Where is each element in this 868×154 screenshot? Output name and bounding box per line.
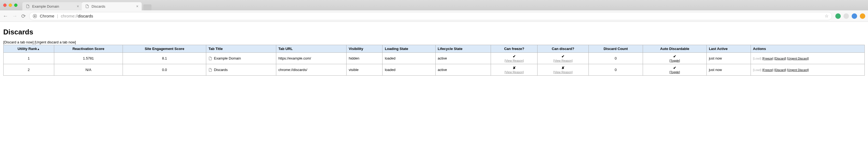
browser-chrome: Example Domain × Discards × ← → ⟳ Chrome: [0, 0, 868, 22]
minimize-window-button[interactable]: [9, 4, 12, 7]
cell-reactivation: 1.5781: [54, 53, 123, 64]
file-icon: [26, 4, 30, 8]
chrome-icon: [33, 14, 37, 18]
page-title: Discards: [3, 28, 865, 36]
discard-tab-now-link[interactable]: Discard a tab now: [4, 40, 33, 44]
freeze-action[interactable]: [Freeze]: [762, 57, 773, 60]
urgent-discard-action[interactable]: [Urgent Discard]: [787, 68, 809, 72]
cell-visibility: hidden: [346, 53, 382, 64]
col-loading-state[interactable]: Loading State: [382, 45, 435, 53]
extension-icons: [835, 14, 865, 19]
check-icon: ✔: [561, 54, 564, 58]
extension-icon[interactable]: [860, 14, 865, 19]
traffic-lights: [3, 4, 18, 7]
new-tab-button[interactable]: [143, 4, 152, 10]
check-icon: ✔: [673, 66, 676, 70]
discard-action[interactable]: [Discard]: [774, 68, 786, 72]
cell-discard-count: 0: [588, 53, 643, 64]
view-reason-link[interactable]: [View Reason]: [493, 71, 535, 74]
col-visibility[interactable]: Visibility: [346, 45, 382, 53]
cell-loading: loaded: [382, 64, 435, 76]
cell-last-active: just now: [707, 64, 751, 76]
col-last-active[interactable]: Last Active: [707, 45, 751, 53]
close-tab-icon[interactable]: ×: [136, 4, 138, 8]
col-discard-count[interactable]: Discard Count: [588, 45, 643, 53]
col-can-discard[interactable]: Can discard?: [537, 45, 588, 53]
col-tab-title[interactable]: Tab Title: [206, 45, 276, 53]
col-site-engagement[interactable]: Site Engagement Score: [123, 45, 206, 53]
toggle-link[interactable]: [Toggle]: [645, 71, 704, 74]
cell-rank: 2: [4, 64, 54, 76]
maximize-window-button[interactable]: [14, 4, 18, 7]
col-actions[interactable]: Actions: [751, 45, 864, 53]
cell-visibility: visible: [346, 64, 382, 76]
cell-actions: [Load] [Freeze] [Discard] [Urgent Discar…: [751, 64, 864, 76]
cell-engagement: 0.0: [123, 64, 206, 76]
bookmark-star-icon[interactable]: ☆: [825, 14, 829, 19]
sort-asc-icon: ▲: [37, 48, 40, 51]
cell-can-freeze: ✔[View Reason]: [491, 53, 537, 64]
view-reason-link[interactable]: [View Reason]: [540, 71, 586, 74]
table-header-row: Utility Rank▲ Reactivation Score Site En…: [4, 45, 865, 53]
addr-divider: |: [57, 14, 58, 18]
discards-table: Utility Rank▲ Reactivation Score Site En…: [3, 45, 865, 76]
addr-path: discards: [78, 14, 93, 18]
forward-button[interactable]: →: [12, 13, 18, 19]
discard-action[interactable]: [Discard]: [774, 57, 786, 60]
tab-strip: Example Domain × Discards ×: [22, 0, 152, 10]
cell-url: https://example.com/: [276, 53, 346, 64]
svg-point-1: [34, 15, 35, 17]
file-icon: [209, 68, 212, 72]
cell-title: Discards: [206, 64, 276, 76]
cell-rank: 1: [4, 53, 54, 64]
cell-can-discard: ✘[View Reason]: [537, 64, 588, 76]
cell-url: chrome://discards/: [276, 64, 346, 76]
cell-loading: loaded: [382, 53, 435, 64]
urgent-discard-tab-now-link[interactable]: Urgent discard a tab now: [36, 40, 75, 44]
check-icon: ✔: [673, 54, 676, 58]
address-bar[interactable]: Chrome | chrome://discards ☆: [29, 12, 832, 20]
file-icon: [209, 56, 212, 60]
cell-lifecycle: active: [435, 53, 491, 64]
table-row: 2N/A0.0Discardschrome://discards/visible…: [4, 64, 865, 76]
urgent-discard-action[interactable]: [Urgent Discard]: [787, 57, 809, 60]
reload-button[interactable]: ⟳: [21, 13, 26, 19]
cell-discard-count: 0: [588, 64, 643, 76]
extension-icon[interactable]: [843, 14, 849, 19]
close-tab-icon[interactable]: ×: [77, 4, 79, 8]
cell-can-freeze: ✘[View Reason]: [491, 64, 537, 76]
cell-actions: [Load] [Freeze] [Discard] [Urgent Discar…: [751, 53, 864, 64]
check-icon: ✔: [513, 54, 516, 58]
col-utility-rank[interactable]: Utility Rank▲: [4, 45, 54, 53]
addr-domain: chrome://: [61, 14, 78, 18]
cell-last-active: just now: [707, 53, 751, 64]
load-action: [Load]: [753, 57, 762, 60]
toggle-link[interactable]: [Toggle]: [645, 59, 704, 62]
cross-icon: ✘: [513, 66, 516, 70]
col-reactivation-score[interactable]: Reactivation Score: [54, 45, 123, 53]
col-lifecycle-state[interactable]: Lifecycle State: [435, 45, 491, 53]
extension-icon[interactable]: [835, 14, 841, 19]
col-tab-url[interactable]: Tab URL: [276, 45, 346, 53]
tab-example-domain[interactable]: Example Domain ×: [22, 2, 82, 10]
title-bar: Example Domain × Discards ×: [0, 0, 868, 10]
tab-discards[interactable]: Discards ×: [82, 2, 142, 10]
cell-lifecycle: active: [435, 64, 491, 76]
tab-label: Discards: [92, 4, 134, 8]
tab-label: Example Domain: [32, 4, 75, 8]
view-reason-link[interactable]: [View Reason]: [493, 59, 535, 62]
addr-scheme: Chrome: [40, 14, 54, 18]
col-auto-discardable[interactable]: Auto Discardable: [643, 45, 707, 53]
cell-reactivation: N/A: [54, 64, 123, 76]
close-window-button[interactable]: [3, 4, 6, 7]
back-button[interactable]: ←: [3, 13, 8, 19]
cell-title: Example Domain: [206, 53, 276, 64]
cell-engagement: 8.1: [123, 53, 206, 64]
extension-icon[interactable]: [851, 14, 857, 19]
cell-can-discard: ✔[View Reason]: [537, 53, 588, 64]
cell-auto-discardable: ✔[Toggle]: [643, 53, 707, 64]
page-content: Discards [Discard a tab now] [Urgent dis…: [0, 22, 868, 79]
view-reason-link[interactable]: [View Reason]: [540, 59, 586, 62]
freeze-action[interactable]: [Freeze]: [762, 68, 773, 72]
col-can-freeze[interactable]: Can freeze?: [491, 45, 537, 53]
